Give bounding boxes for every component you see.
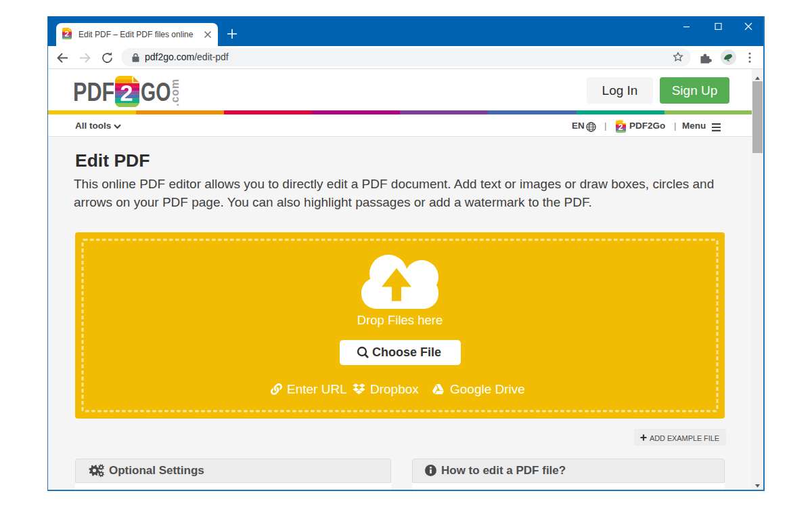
- svg-text:2: 2: [120, 80, 133, 106]
- svg-text:2: 2: [64, 30, 68, 38]
- svg-text:2: 2: [618, 123, 623, 132]
